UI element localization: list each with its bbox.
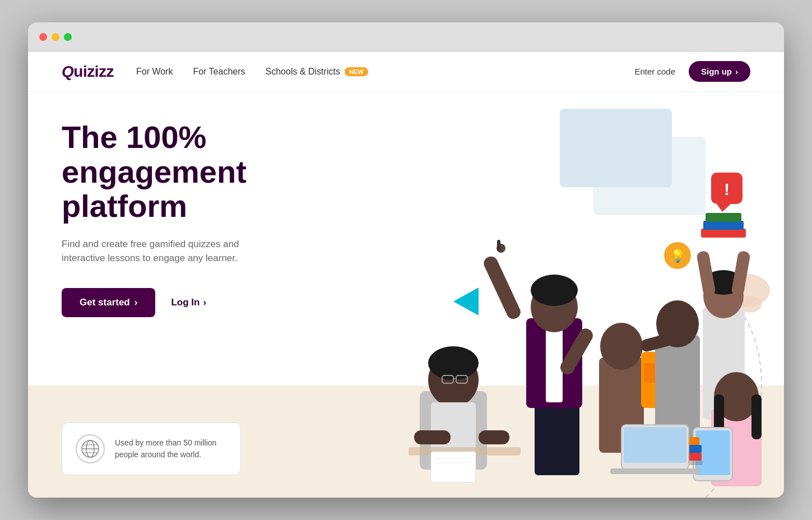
nav-right: Enter code Sign up ›	[634, 61, 750, 82]
nav-links: For Work For Teachers Schools & District…	[136, 67, 635, 77]
stats-text: Used by more than 50 million people arou…	[115, 437, 227, 461]
svg-rect-58	[751, 394, 762, 439]
browser-content: QQuizizzuizizz For Work For Teachers Sch…	[28, 52, 784, 498]
illustration-svg: ! 💡 ?	[381, 117, 784, 498]
get-started-button[interactable]: Get started ›	[62, 288, 155, 317]
svg-rect-66	[624, 427, 686, 463]
svg-rect-53	[703, 221, 744, 230]
browser-frame: QQuizizzuizizz For Work For Teachers Sch…	[28, 22, 784, 498]
nav-for-work[interactable]: For Work	[136, 67, 173, 77]
signup-button[interactable]: Sign up ›	[689, 61, 750, 82]
browser-titlebar	[28, 22, 784, 52]
enter-code-link[interactable]: Enter code	[634, 67, 675, 76]
svg-marker-14	[453, 287, 479, 315]
maximize-button[interactable]	[64, 33, 72, 41]
logo[interactable]: QQuizizzuizizz	[62, 63, 114, 81]
svg-rect-38	[497, 240, 500, 251]
hero-title: The 100%engagementplatform	[62, 120, 275, 224]
svg-rect-25	[414, 430, 451, 444]
svg-rect-60	[695, 430, 730, 475]
svg-text:💡: 💡	[670, 248, 686, 263]
navbar: QQuizizzuizizz For Work For Teachers Sch…	[28, 52, 784, 92]
svg-point-41	[600, 323, 643, 370]
svg-rect-28	[431, 452, 476, 482]
svg-text:!: !	[724, 180, 730, 198]
svg-marker-11	[717, 204, 731, 212]
svg-point-35	[531, 275, 578, 306]
svg-rect-33	[546, 324, 563, 402]
nav-for-teachers[interactable]: For Teachers	[193, 67, 245, 77]
hero-section: The 100%engagementplatform Find and crea…	[28, 92, 784, 498]
svg-rect-52	[701, 229, 746, 238]
hero-subtitle: Find and create free gamified quizzes an…	[62, 237, 275, 266]
logo-text: QQuizizzuizizz	[62, 63, 114, 81]
stats-card: Used by more than 50 million people arou…	[62, 422, 241, 475]
minimize-button[interactable]	[52, 33, 59, 41]
svg-rect-36	[481, 254, 522, 321]
globe-icon	[76, 434, 105, 463]
hero-buttons: Get started › Log In ›	[62, 288, 275, 317]
svg-rect-54	[706, 213, 741, 222]
close-button[interactable]	[39, 33, 47, 41]
hero-content: The 100%engagementplatform Find and crea…	[62, 120, 275, 317]
login-link[interactable]: Log In ›	[171, 297, 206, 308]
new-badge: NEW	[345, 67, 368, 76]
nav-schools-districts[interactable]: Schools & Districts NEW	[266, 67, 368, 77]
svg-point-20	[428, 346, 479, 380]
hero-illustration: ! 💡 ?	[381, 92, 784, 498]
svg-rect-67	[610, 468, 700, 474]
svg-rect-26	[479, 430, 509, 444]
